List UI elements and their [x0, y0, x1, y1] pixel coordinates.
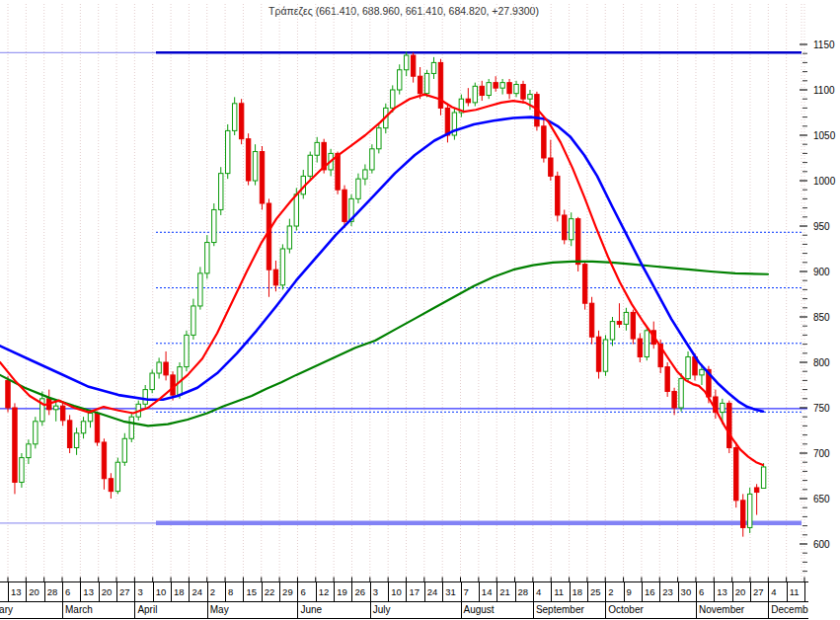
month-divider: [768, 581, 769, 619]
week-label: 6: [699, 586, 704, 597]
week-cell-divider: [116, 582, 117, 602]
candle-body: [102, 442, 106, 479]
candle-body: [741, 501, 745, 528]
month-label: August: [464, 604, 495, 615]
candle-body: [280, 249, 284, 285]
month-label: July: [373, 604, 391, 615]
y-tick-label: 800: [813, 357, 830, 368]
x-axis-week-row: 1320286132027310182428152229612192631017…: [0, 581, 808, 602]
week-label: 20: [102, 586, 113, 597]
candle-body: [672, 391, 676, 408]
week-label: 12: [319, 586, 330, 597]
price-chart-canvas[interactable]: 6006507007508008509009501000105011001150: [0, 0, 840, 620]
candle-body: [34, 422, 38, 444]
y-tick-label: 1000: [813, 176, 836, 187]
candle-body: [617, 322, 621, 325]
week-label: 18: [573, 586, 583, 597]
y-tick-label: 1100: [813, 85, 835, 96]
weekly-gridlines: [8, 4, 804, 581]
week-cell-divider: [8, 582, 9, 602]
week-cell-divider: [551, 582, 552, 602]
week-label: 16: [645, 586, 655, 597]
candle-body: [507, 83, 511, 94]
candle-body: [404, 55, 408, 70]
candle-body: [363, 170, 367, 179]
candle-body: [500, 83, 504, 89]
week-cell-divider: [243, 582, 244, 602]
month-label: December: [771, 604, 808, 615]
week-cell-divider: [678, 582, 679, 602]
candle-body: [308, 155, 312, 176]
week-label: 13: [11, 586, 22, 597]
week-label: 30: [681, 586, 692, 597]
week-cell-divider: [642, 582, 643, 602]
candle-body: [596, 337, 600, 371]
week-label: 22: [265, 586, 275, 597]
week-cell-divider: [424, 582, 425, 602]
week-label: 19: [337, 586, 347, 597]
month-label: November: [699, 604, 744, 615]
candle-body: [246, 139, 250, 181]
candle-body: [185, 335, 189, 366]
candle-body: [377, 128, 381, 149]
week-label: 6: [65, 586, 70, 597]
candle-body: [164, 362, 168, 375]
candlesticks[interactable]: [6, 51, 766, 536]
candle-body: [754, 488, 758, 493]
month-label: April: [137, 604, 157, 615]
week-label: 7: [464, 586, 469, 597]
candle-body: [336, 153, 340, 190]
week-label: 25: [590, 586, 601, 597]
candle-body: [115, 462, 119, 491]
candle-body: [129, 417, 133, 438]
week-label: 2: [608, 586, 613, 597]
week-label: 4: [771, 586, 776, 597]
ma-medium-blue-line[interactable]: [0, 117, 763, 412]
week-cell-divider: [659, 582, 660, 602]
candle-body: [727, 403, 731, 447]
candle-body: [150, 373, 154, 390]
candle-body: [494, 83, 497, 89]
month-divider: [605, 581, 606, 619]
week-cell-divider: [44, 582, 45, 602]
week-label: 4: [536, 586, 541, 597]
candle-body: [542, 126, 546, 158]
y-tick-label: 950: [813, 221, 830, 232]
candle-body: [638, 339, 642, 356]
week-label: 20: [29, 586, 39, 597]
week-cell-divider: [316, 582, 317, 602]
month-divider: [62, 581, 63, 619]
week-cell-divider: [99, 582, 100, 602]
candle-body: [603, 340, 607, 371]
candle-body: [645, 331, 649, 357]
week-cell-divider: [153, 582, 154, 602]
candle-body: [267, 203, 270, 270]
week-cell-divider: [406, 582, 407, 602]
candle-body: [95, 414, 99, 442]
candle-body: [27, 444, 31, 458]
month-divider: [533, 581, 534, 619]
x-axis-month-row: FebruaryMarchAprilMayJuneJulyAugustSepte…: [0, 602, 808, 619]
y-tick-label: 1050: [813, 130, 836, 141]
y-tick-label: 1150: [813, 39, 835, 50]
candle-body: [721, 403, 725, 412]
month-label: June: [300, 604, 322, 615]
month-divider: [297, 581, 298, 619]
month-divider: [207, 581, 208, 619]
week-label: 6: [300, 586, 305, 597]
candle-body: [528, 95, 532, 100]
month-divider: [461, 581, 462, 619]
candle-body: [13, 408, 17, 482]
week-cell-divider: [442, 582, 443, 602]
candle-body: [398, 70, 402, 90]
week-label: 13: [717, 586, 727, 597]
candle-body: [370, 149, 374, 170]
candle-body: [60, 406, 64, 421]
week-cell-divider: [351, 582, 352, 602]
week-label: 11: [790, 586, 800, 597]
week-cell-divider: [479, 582, 480, 602]
candle-body: [6, 380, 10, 408]
week-label: 18: [174, 586, 185, 597]
week-label: 28: [518, 586, 529, 597]
candle-body: [81, 422, 85, 433]
